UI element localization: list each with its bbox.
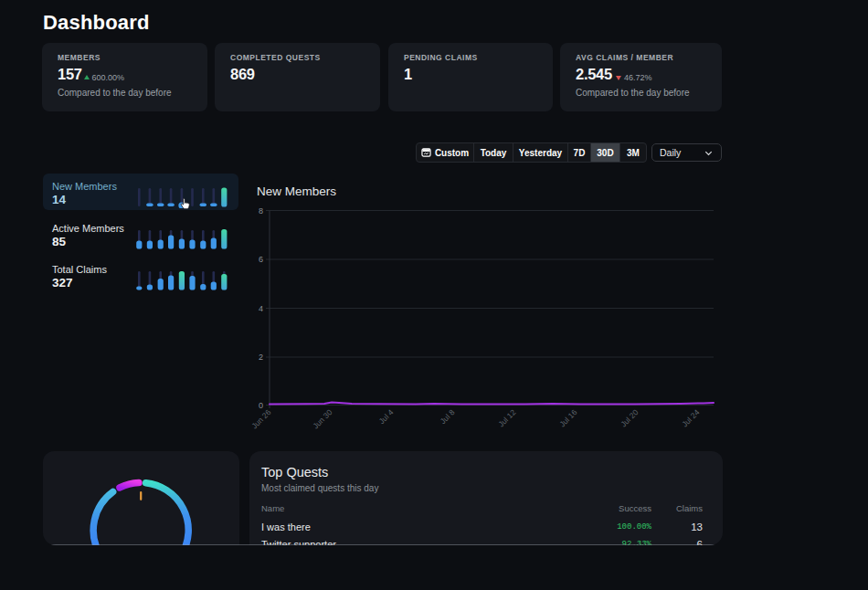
- svg-text:Jun 26: Jun 26: [251, 407, 273, 430]
- svg-text:Jul 20: Jul 20: [619, 407, 640, 428]
- svg-text:6: 6: [259, 255, 263, 264]
- svg-text:Jul 16: Jul 16: [557, 407, 578, 428]
- svg-text:2: 2: [259, 353, 263, 362]
- svg-text:Jul 4: Jul 4: [377, 407, 396, 426]
- svg-text:Jun 30: Jun 30: [311, 407, 333, 430]
- svg-text:Jul 12: Jul 12: [496, 407, 517, 428]
- svg-text:Jul 8: Jul 8: [439, 407, 457, 426]
- svg-text:0: 0: [259, 401, 263, 410]
- svg-text:4: 4: [259, 304, 263, 313]
- svg-text:Jul 24: Jul 24: [680, 407, 701, 428]
- svg-text:8: 8: [259, 206, 263, 216]
